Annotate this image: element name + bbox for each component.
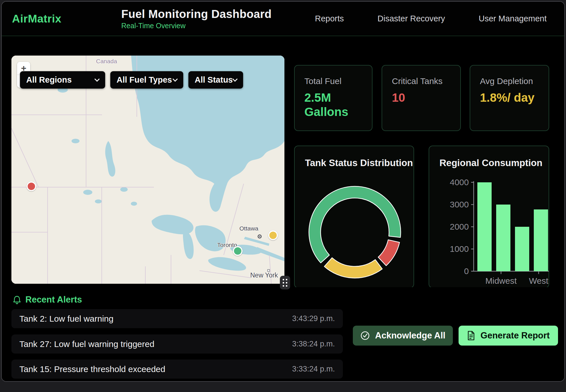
alert-row[interactable]: Tank 2: Low fuel warning3:43:29 p.m. [11,309,343,328]
chevron-down-icon [94,76,99,81]
bar-0[interactable] [477,182,492,271]
x-tick-label: West [529,276,548,285]
donut-segment-red[interactable] [378,240,400,266]
map-label-new-york: New York [250,271,278,279]
acknowledge-all-button[interactable]: Acknowledge All [353,326,453,346]
alert-timestamp: 3:38:24 p.m. [292,340,335,348]
map-label-ottawa: Ottawa [239,225,258,232]
filter-all-fuel-types[interactable]: All Fuel Types [110,71,183,89]
tank-marker-warning[interactable] [268,230,278,240]
y-tick-label: 1000 [450,244,469,254]
alert-message: Tank 27: Low fuel warning triggered [19,339,154,349]
donut-segment-yellow[interactable] [324,258,382,278]
stat-value: 2.5M Gallons [304,91,361,119]
y-tick-label: 4000 [450,177,469,187]
fuel-map[interactable]: Canada Ottawa Toronto New York + − All R… [11,56,284,284]
stat-label: Total Fuel [304,76,362,86]
title-block: Fuel Monitoring Dashboard Real-Time Over… [121,8,272,30]
stat-label: Critical Tanks [392,76,451,86]
stat-card-avg-depletion: Avg Depletion1.8%/ day [470,65,549,131]
chevron-down-icon [172,76,178,81]
check-circle-icon [360,331,370,340]
map-terrain [11,56,284,284]
recent-alerts-section: Recent Alerts Tank 2: Low fuel warning3:… [2,287,564,382]
bar-2[interactable] [515,227,529,271]
stat-label: Avg Depletion [480,76,539,86]
main-nav: ReportsDisaster RecoveryUser Management [315,14,547,23]
alerts-heading-text: Recent Alerts [25,295,82,305]
stat-card-total-fuel: Total Fuel2.5M Gallons [294,65,372,131]
acknowledge-all-label: Acknowledge All [375,330,445,341]
stat-card-critical-tanks: Critical Tanks10 [382,65,461,131]
alert-timestamp: 3:33:24 p.m. [292,365,335,373]
generate-report-label: Generate Report [481,330,550,341]
nav-item-user-management[interactable]: User Management [479,14,547,23]
filter-all-regions[interactable]: All Regions [20,71,105,89]
bell-icon [13,295,21,304]
bar-1[interactable] [496,205,510,271]
y-tick-label: 3000 [450,200,469,209]
tank-marker-critical[interactable] [27,181,36,191]
tank-status-card: Tank Status Distribution [294,146,414,288]
nav-item-reports[interactable]: Reports [315,14,344,23]
page-subtitle: Real-Time Overview [121,22,272,30]
y-tick-label: 2000 [450,222,469,231]
alert-row[interactable]: Tank 27: Low fuel warning triggered3:38:… [11,334,343,354]
filter-selected-value: All Status [195,75,233,85]
filter-all-status[interactable]: All Status [188,71,243,89]
alert-timestamp: 3:43:29 p.m. [292,314,335,323]
header: AirMatrix Fuel Monitoring Dashboard Real… [2,2,564,36]
y-tick-label: 0 [464,266,469,276]
map-filter-row: All RegionsAll Fuel TypesAll Status [20,71,243,89]
tank-marker-normal[interactable] [233,246,243,256]
chevron-down-icon [232,76,237,81]
dashboard-app: AirMatrix Fuel Monitoring Dashboard Real… [1,1,565,382]
filter-selected-value: All Fuel Types [117,75,172,85]
filter-selected-value: All Regions [26,75,72,85]
document-icon [467,330,475,341]
ottawa-town-icon [258,234,262,238]
stat-value: 1.8%/ day [480,91,537,105]
nav-item-disaster-recovery[interactable]: Disaster Recovery [378,14,445,23]
bar-3[interactable] [534,209,548,271]
alert-message: Tank 2: Low fuel warning [19,314,113,324]
alerts-heading: Recent Alerts [13,295,82,305]
map-label-canada: Canada [96,58,117,65]
x-tick-label: Midwest [485,276,517,285]
map-resize-handle[interactable] [280,276,290,289]
alert-message: Tank 15: Pressure threshold exceeded [19,364,165,374]
regional-consumption-card: Regional Consumption 01000200030004000Mi… [429,146,549,288]
generate-report-button[interactable]: Generate Report [459,326,558,346]
bar-chart-title: Regional Consumption [439,158,542,168]
stat-value: 10 [392,91,449,105]
brand-logo: AirMatrix [12,13,62,25]
donut-chart-title: Tank Status Distribution [305,158,413,168]
alert-row[interactable]: Tank 15: Pressure threshold exceeded3:33… [11,360,343,379]
page-title: Fuel Monitoring Dashboard [121,8,272,21]
